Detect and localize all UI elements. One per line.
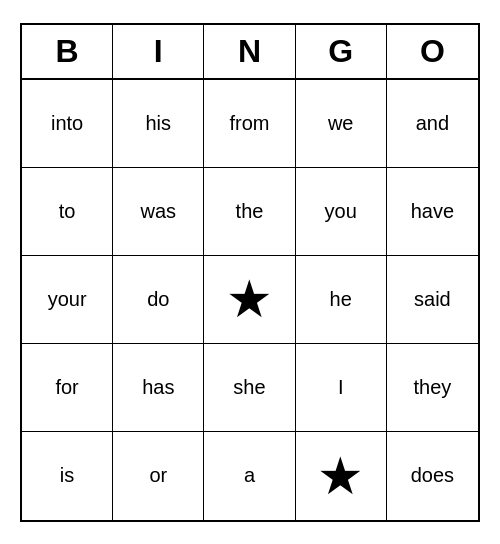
header-o: O [387, 25, 478, 78]
bingo-cell-3-2[interactable]: she [204, 344, 295, 432]
header-b: B [22, 25, 113, 78]
bingo-grid: intohisfromweandtowastheyouhaveyourdo★he… [22, 80, 478, 520]
bingo-cell-1-4[interactable]: have [387, 168, 478, 256]
bingo-cell-4-3[interactable]: ★ [296, 432, 387, 520]
bingo-cell-1-3[interactable]: you [296, 168, 387, 256]
bingo-cell-0-4[interactable]: and [387, 80, 478, 168]
bingo-cell-1-2[interactable]: the [204, 168, 295, 256]
bingo-cell-2-2[interactable]: ★ [204, 256, 295, 344]
bingo-cell-2-0[interactable]: your [22, 256, 113, 344]
header-i: I [113, 25, 204, 78]
bingo-cell-4-0[interactable]: is [22, 432, 113, 520]
bingo-cell-2-4[interactable]: said [387, 256, 478, 344]
bingo-cell-3-4[interactable]: they [387, 344, 478, 432]
bingo-cell-4-2[interactable]: a [204, 432, 295, 520]
bingo-header: B I N G O [22, 25, 478, 80]
header-n: N [204, 25, 295, 78]
bingo-cell-0-0[interactable]: into [22, 80, 113, 168]
bingo-cell-1-0[interactable]: to [22, 168, 113, 256]
bingo-cell-3-1[interactable]: has [113, 344, 204, 432]
bingo-cell-3-0[interactable]: for [22, 344, 113, 432]
bingo-cell-3-3[interactable]: I [296, 344, 387, 432]
bingo-cell-0-3[interactable]: we [296, 80, 387, 168]
bingo-cell-2-1[interactable]: do [113, 256, 204, 344]
bingo-cell-2-3[interactable]: he [296, 256, 387, 344]
bingo-cell-0-2[interactable]: from [204, 80, 295, 168]
bingo-cell-1-1[interactable]: was [113, 168, 204, 256]
star-icon: ★ [226, 273, 273, 325]
bingo-cell-4-4[interactable]: does [387, 432, 478, 520]
bingo-cell-0-1[interactable]: his [113, 80, 204, 168]
star-icon: ★ [317, 450, 364, 502]
bingo-cell-4-1[interactable]: or [113, 432, 204, 520]
bingo-card: B I N G O intohisfromweandtowastheyouhav… [20, 23, 480, 522]
header-g: G [296, 25, 387, 78]
